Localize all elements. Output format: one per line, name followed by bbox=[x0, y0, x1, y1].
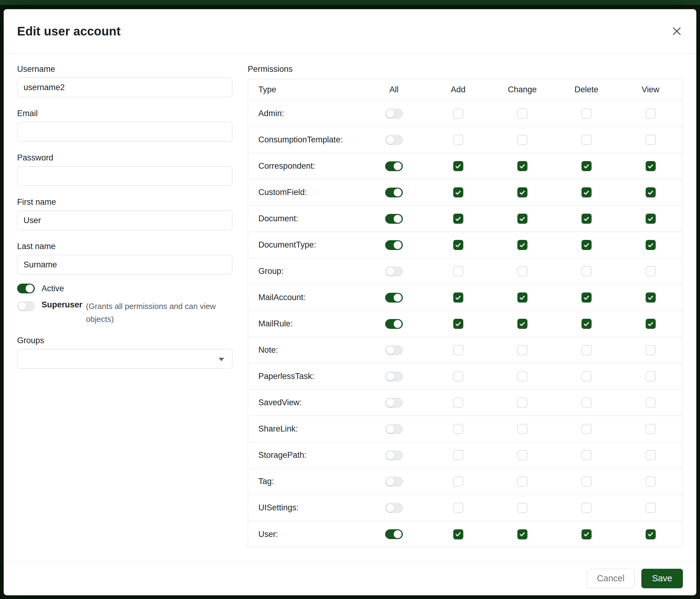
checkbox-delete-document[interactable] bbox=[581, 214, 592, 224]
checkbox-delete-mailrule[interactable] bbox=[581, 319, 592, 329]
groups-select[interactable] bbox=[17, 349, 232, 368]
checkbox-delete-note[interactable] bbox=[581, 345, 592, 355]
checkbox-view-customfield[interactable] bbox=[646, 187, 656, 197]
checkbox-change-mailrule[interactable] bbox=[517, 319, 527, 329]
checkbox-view-correspondent[interactable] bbox=[646, 161, 656, 171]
checkbox-delete-tag[interactable] bbox=[581, 476, 592, 486]
checkbox-change-savedview[interactable] bbox=[517, 398, 527, 408]
checkbox-change-admin[interactable] bbox=[517, 109, 527, 119]
checkbox-add-admin[interactable] bbox=[453, 109, 463, 119]
last-name-field[interactable] bbox=[17, 255, 232, 274]
perm-col-header-all: All bbox=[362, 85, 426, 94]
checkbox-add-group[interactable] bbox=[453, 266, 463, 276]
checkbox-view-note[interactable] bbox=[646, 345, 656, 355]
toggle-all-mailrule[interactable] bbox=[385, 319, 403, 329]
close-icon[interactable] bbox=[667, 21, 686, 41]
checkbox-delete-consumptiontemplate[interactable] bbox=[581, 135, 592, 145]
checkbox-change-document[interactable] bbox=[517, 214, 527, 224]
checkbox-delete-admin[interactable] bbox=[581, 109, 592, 119]
toggle-all-note[interactable] bbox=[385, 345, 403, 355]
checkbox-change-paperlesstask[interactable] bbox=[517, 371, 527, 381]
password-field[interactable] bbox=[17, 166, 232, 186]
checkbox-add-tag[interactable] bbox=[453, 476, 463, 486]
checkbox-delete-mailaccount[interactable] bbox=[581, 292, 592, 303]
checkbox-change-group[interactable] bbox=[517, 266, 527, 276]
checkbox-view-storagepath[interactable] bbox=[646, 450, 656, 460]
checkbox-view-mailrule[interactable] bbox=[646, 319, 656, 329]
perm-type-label-group: Group: bbox=[248, 266, 362, 276]
toggle-all-mailaccount[interactable] bbox=[385, 293, 403, 303]
checkbox-change-tag[interactable] bbox=[517, 476, 527, 486]
checkbox-view-admin[interactable] bbox=[646, 109, 656, 119]
checkbox-view-tag[interactable] bbox=[646, 476, 656, 486]
checkbox-view-paperlesstask[interactable] bbox=[646, 371, 656, 381]
checkbox-change-documenttype[interactable] bbox=[517, 240, 527, 250]
checkbox-add-documenttype[interactable] bbox=[453, 240, 463, 250]
toggle-all-admin[interactable] bbox=[385, 109, 403, 119]
checkbox-change-sharelink[interactable] bbox=[517, 424, 527, 434]
checkbox-view-uisettings[interactable] bbox=[646, 503, 656, 513]
checkbox-delete-paperlesstask[interactable] bbox=[581, 371, 592, 381]
save-button[interactable]: Save bbox=[641, 569, 683, 588]
checkbox-add-mailrule[interactable] bbox=[453, 319, 463, 329]
checkbox-view-savedview[interactable] bbox=[646, 398, 656, 408]
checkbox-add-savedview[interactable] bbox=[453, 398, 463, 408]
checkbox-change-correspondent[interactable] bbox=[517, 161, 527, 171]
checkbox-delete-uisettings[interactable] bbox=[581, 503, 592, 513]
checkbox-change-consumptiontemplate[interactable] bbox=[517, 135, 527, 145]
toggle-all-correspondent[interactable] bbox=[385, 161, 403, 171]
toggle-all-group[interactable] bbox=[385, 266, 403, 276]
checkbox-change-uisettings[interactable] bbox=[517, 503, 527, 513]
toggle-all-document[interactable] bbox=[385, 214, 403, 224]
checkbox-add-user[interactable] bbox=[453, 529, 463, 540]
checkbox-delete-user[interactable] bbox=[581, 529, 592, 540]
toggle-all-paperlesstask[interactable] bbox=[385, 372, 403, 381]
checkbox-delete-customfield[interactable] bbox=[581, 187, 592, 197]
checkbox-add-correspondent[interactable] bbox=[453, 161, 463, 171]
checkbox-change-storagepath[interactable] bbox=[517, 450, 527, 460]
cancel-button[interactable]: Cancel bbox=[587, 569, 635, 588]
checkbox-add-consumptiontemplate[interactable] bbox=[453, 135, 463, 145]
toggle-all-uisettings[interactable] bbox=[385, 503, 403, 513]
superuser-toggle[interactable] bbox=[17, 301, 35, 311]
checkbox-view-mailaccount[interactable] bbox=[646, 292, 656, 303]
checkbox-delete-group[interactable] bbox=[581, 266, 592, 276]
toggle-all-documenttype[interactable] bbox=[385, 240, 403, 250]
checkbox-add-uisettings[interactable] bbox=[453, 503, 463, 513]
toggle-all-tag[interactable] bbox=[385, 477, 403, 486]
checkbox-view-sharelink[interactable] bbox=[646, 424, 656, 434]
toggle-all-customfield[interactable] bbox=[385, 188, 403, 197]
background-app-header bbox=[0, 0, 700, 5]
checkbox-view-consumptiontemplate[interactable] bbox=[646, 135, 656, 145]
checkbox-change-note[interactable] bbox=[517, 345, 527, 355]
checkbox-add-sharelink[interactable] bbox=[453, 424, 463, 434]
checkbox-view-document[interactable] bbox=[646, 214, 656, 224]
checkbox-view-group[interactable] bbox=[646, 266, 656, 276]
checkbox-change-customfield[interactable] bbox=[517, 187, 527, 197]
checkbox-delete-documenttype[interactable] bbox=[581, 240, 592, 250]
checkbox-add-storagepath[interactable] bbox=[453, 450, 463, 460]
toggle-all-consumptiontemplate[interactable] bbox=[385, 135, 403, 145]
checkbox-change-user[interactable] bbox=[517, 529, 527, 540]
checkbox-add-customfield[interactable] bbox=[453, 187, 463, 197]
checkbox-add-paperlesstask[interactable] bbox=[453, 371, 463, 381]
checkbox-delete-correspondent[interactable] bbox=[581, 161, 592, 171]
checkbox-delete-sharelink[interactable] bbox=[581, 424, 592, 434]
toggle-all-user[interactable] bbox=[385, 529, 403, 539]
checkbox-add-document[interactable] bbox=[453, 214, 463, 224]
perm-row-uisettings: UISettings: bbox=[248, 495, 682, 521]
toggle-all-sharelink[interactable] bbox=[385, 424, 403, 434]
checkbox-view-user[interactable] bbox=[646, 529, 656, 540]
email-field[interactable] bbox=[17, 122, 232, 142]
checkbox-delete-storagepath[interactable] bbox=[581, 450, 592, 460]
checkbox-add-mailaccount[interactable] bbox=[453, 292, 463, 303]
checkbox-delete-savedview[interactable] bbox=[581, 398, 592, 408]
checkbox-change-mailaccount[interactable] bbox=[517, 292, 527, 303]
checkbox-view-documenttype[interactable] bbox=[646, 240, 656, 250]
active-toggle[interactable] bbox=[17, 284, 35, 293]
username-input[interactable] bbox=[17, 78, 232, 97]
toggle-all-savedview[interactable] bbox=[385, 398, 403, 408]
checkbox-add-note[interactable] bbox=[453, 345, 463, 355]
toggle-all-storagepath[interactable] bbox=[385, 451, 403, 460]
first-name-field[interactable] bbox=[17, 211, 232, 230]
